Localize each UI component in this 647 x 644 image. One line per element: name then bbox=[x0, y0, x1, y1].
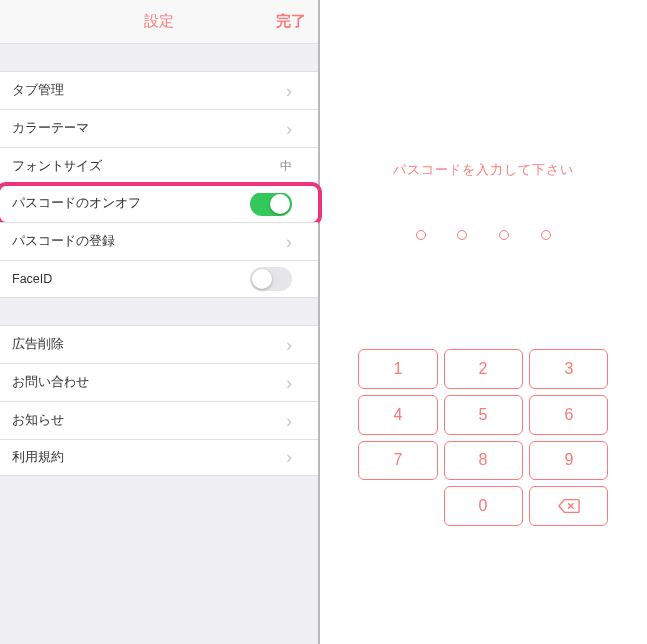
chevron-right-icon: › bbox=[286, 412, 292, 430]
row-font-size[interactable]: フォントサイズ 中 bbox=[0, 147, 318, 185]
row-value: 中 bbox=[280, 158, 292, 175]
chevron-right-icon: › bbox=[286, 82, 292, 100]
key-3[interactable]: 3 bbox=[529, 349, 608, 389]
row-label: 利用規約 bbox=[12, 450, 286, 466]
key-1[interactable]: 1 bbox=[358, 349, 438, 389]
chevron-right-icon: › bbox=[286, 233, 292, 251]
passcode-dot bbox=[541, 230, 551, 240]
key-blank bbox=[358, 486, 438, 526]
key-0[interactable]: 0 bbox=[444, 486, 523, 526]
row-label: パスコードのオンオフ bbox=[12, 195, 250, 212]
faceid-switch[interactable] bbox=[250, 267, 292, 291]
passcode-prompt: パスコードを入力して下さい bbox=[393, 161, 574, 179]
chevron-right-icon: › bbox=[286, 336, 292, 354]
key-8[interactable]: 8 bbox=[444, 441, 523, 480]
chevron-right-icon: › bbox=[286, 374, 292, 392]
key-6[interactable]: 6 bbox=[529, 395, 608, 435]
done-button[interactable]: 完了 bbox=[276, 12, 306, 31]
key-4[interactable]: 4 bbox=[358, 395, 438, 435]
row-passcode-register[interactable]: パスコードの登録 › bbox=[0, 222, 318, 260]
passcode-dot bbox=[457, 230, 467, 240]
chevron-right-icon: › bbox=[286, 120, 292, 138]
key-2[interactable]: 2 bbox=[444, 349, 523, 389]
row-color-theme[interactable]: カラーテーマ › bbox=[0, 109, 318, 147]
row-label: タブ管理 bbox=[12, 82, 286, 99]
row-remove-ads[interactable]: 広告削除 › bbox=[0, 325, 318, 363]
key-7[interactable]: 7 bbox=[358, 441, 438, 480]
row-contact[interactable]: お問い合わせ › bbox=[0, 363, 318, 401]
key-backspace[interactable] bbox=[529, 486, 608, 526]
row-faceid[interactable]: FaceID bbox=[0, 260, 318, 298]
passcode-switch[interactable] bbox=[250, 193, 292, 216]
row-label: お知らせ bbox=[12, 412, 286, 429]
passcode-dots bbox=[416, 230, 551, 240]
row-label: 広告削除 bbox=[12, 336, 286, 353]
row-label: カラーテーマ bbox=[12, 120, 286, 137]
passcode-dot bbox=[499, 230, 509, 240]
section-gap bbox=[0, 44, 318, 71]
row-label: パスコードの登録 bbox=[12, 233, 286, 250]
row-label: FaceID bbox=[12, 272, 250, 286]
row-passcode-toggle[interactable]: パスコードのオンオフ bbox=[0, 185, 318, 222]
nav-title: 設定 bbox=[144, 12, 174, 31]
passcode-dot bbox=[416, 230, 426, 240]
row-label: お問い合わせ bbox=[12, 374, 286, 391]
key-5[interactable]: 5 bbox=[444, 395, 523, 435]
backspace-icon bbox=[558, 498, 580, 514]
settings-pane: 設定 完了 タブ管理 › カラーテーマ › フォントサイズ 中 パスコードのオン… bbox=[0, 0, 320, 644]
row-terms[interactable]: 利用規約 › bbox=[0, 439, 318, 476]
keypad: 1 2 3 4 5 6 7 8 9 0 bbox=[358, 349, 608, 526]
chevron-right-icon: › bbox=[286, 449, 292, 466]
passcode-pane: パスコードを入力して下さい 1 2 3 4 5 6 7 8 9 0 bbox=[320, 0, 647, 644]
nav-bar: 設定 完了 bbox=[0, 0, 318, 44]
section-gap bbox=[0, 298, 318, 325]
row-tab-management[interactable]: タブ管理 › bbox=[0, 71, 318, 109]
row-label: フォントサイズ bbox=[12, 158, 280, 175]
row-news[interactable]: お知らせ › bbox=[0, 401, 318, 439]
key-9[interactable]: 9 bbox=[529, 441, 608, 480]
